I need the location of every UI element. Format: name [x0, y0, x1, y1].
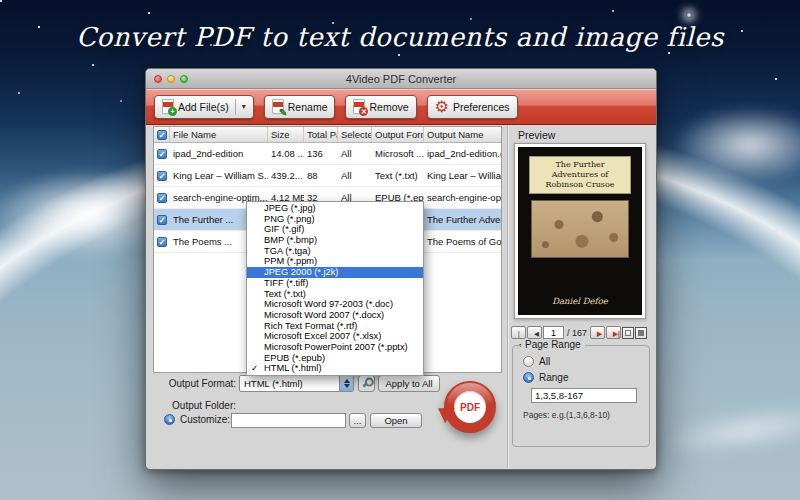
stars — [0, 0, 2, 2]
rename-button[interactable]: ✎ Rename — [264, 95, 336, 119]
all-pages-label: All — [539, 356, 550, 367]
cell-size: 439.2... — [268, 170, 304, 181]
cell-file-name: ipad_2nd-edition — [170, 148, 268, 159]
previous-page-button[interactable]: ◀ — [527, 326, 542, 339]
zoom-window-button[interactable] — [180, 75, 188, 83]
column-header-total-pages[interactable]: Total Pag — [304, 127, 338, 142]
cell-selected: All — [338, 148, 372, 159]
add-files-button[interactable]: + Add File(s) ▾ — [154, 95, 254, 119]
menu-item-rtf[interactable]: Rich Text Format (*.rtf) — [247, 321, 423, 332]
single-page-view-icon[interactable] — [622, 327, 634, 339]
output-format-select[interactable]: HTML (*.html) — [239, 375, 354, 392]
customize-label: Customize: — [180, 414, 230, 425]
menu-item-epub[interactable]: EPUB (*.epub) — [247, 353, 423, 364]
cell-output-name: search-engine-optimization... — [424, 192, 502, 203]
remove-file-icon: ✕ — [353, 99, 365, 114]
minimize-window-button[interactable] — [167, 75, 175, 83]
combo-arrows-icon — [339, 376, 353, 391]
all-radio-row: All — [523, 356, 550, 367]
chevron-down-icon[interactable]: ▾ — [242, 102, 246, 111]
cell-output-format: Microsoft ... — [372, 148, 424, 159]
menu-item-pptx[interactable]: Microsoft PowerPoint 2007 (*.pptx) — [247, 342, 423, 353]
window-titlebar[interactable]: 4Video PDF Converter — [146, 69, 656, 89]
row-checkbox[interactable]: ✓ — [157, 237, 167, 247]
menu-item-docx[interactable]: Microsoft Word 2007 (*.docx) — [247, 310, 423, 321]
menu-item-label: TGA (*.tga) — [264, 246, 311, 256]
browse-folder-button[interactable]: ... — [349, 413, 366, 428]
preferences-button[interactable]: ⚙ Preferences — [427, 95, 518, 119]
two-page-view-icon[interactable] — [635, 327, 647, 339]
row-checkbox[interactable]: ✓ — [157, 149, 167, 159]
menu-item-label: EPUB (*.epub) — [264, 353, 325, 363]
menu-item-xlsx[interactable]: Microsoft Excel 2007 (*.xlsx) — [247, 331, 423, 342]
open-folder-button[interactable]: Open — [370, 413, 422, 428]
menu-item-ppm[interactable]: PPM (*.ppm) — [247, 256, 423, 267]
rename-file-icon: ✎ — [272, 99, 284, 114]
menu-item-text[interactable]: Text (*.txt) — [247, 289, 423, 300]
output-format-value: HTML (*.html) — [244, 378, 303, 389]
cell-file-name: King Lear – William S... — [170, 170, 268, 181]
row-checkbox[interactable]: ✓ — [157, 215, 167, 225]
menu-item-tga[interactable]: TGA (*.tga) — [247, 246, 423, 257]
menu-item-label: JPEG 2000 (*.j2k) — [264, 267, 338, 277]
close-window-button[interactable] — [154, 75, 162, 83]
total-pages-label: / 167 — [567, 328, 587, 338]
menu-item-label: GIF (*.gif) — [264, 224, 304, 234]
last-page-button[interactable]: ▶| — [606, 326, 621, 339]
column-header-selected[interactable]: Selected — [338, 127, 372, 142]
range-radio[interactable] — [523, 372, 534, 383]
table-row[interactable]: ✓ ipad_2nd-edition 14.08 ... 136 All Mic… — [154, 143, 501, 165]
menu-item-doc[interactable]: Microsoft Word 97-2003 (*.doc) — [247, 299, 423, 310]
menu-item-tiff[interactable]: TIFF (*.tiff) — [247, 278, 423, 289]
page-range-input[interactable] — [531, 388, 637, 403]
column-header-size[interactable]: Size — [268, 127, 304, 142]
row-checkbox[interactable]: ✓ — [157, 171, 167, 181]
menu-item-label: Text (*.txt) — [264, 289, 306, 299]
row-checkbox[interactable]: ✓ — [157, 193, 167, 203]
column-header-output-name[interactable]: Output Name — [424, 127, 502, 142]
cell-output-format: Text (*.txt) — [372, 170, 424, 181]
cell-total-pages: 88 — [304, 170, 338, 181]
menu-item-jpeg[interactable]: JPEG (*.jpg) — [247, 203, 423, 214]
format-settings-button[interactable] — [358, 375, 375, 392]
output-folder-input[interactable] — [231, 413, 346, 428]
next-page-button[interactable]: ▶ — [590, 326, 605, 339]
cell-output-name: ipad_2nd-edition.doc — [424, 148, 502, 159]
cloud — [640, 90, 800, 200]
preferences-label: Preferences — [453, 101, 510, 113]
menu-item-label: TIFF (*.tiff) — [264, 278, 308, 288]
window-title: 4Video PDF Converter — [146, 69, 656, 89]
customize-radio-row: Customize: — [164, 414, 230, 425]
menu-item-label: PPM (*.ppm) — [264, 256, 317, 266]
current-page-input[interactable] — [543, 326, 564, 339]
select-all-checkbox[interactable]: ✓ — [157, 130, 167, 140]
panel-divider — [507, 125, 508, 468]
table-header: ✓ File Name Size Total Pag Selected Outp… — [154, 127, 501, 143]
output-format-label: Output Format: — [164, 378, 236, 389]
cell-output-name: King Lear – William Shakes... — [424, 170, 502, 181]
menu-item-bmp[interactable]: BMP (*.bmp) — [247, 235, 423, 246]
table-row[interactable]: ✓ King Lear – William S... 439.2... 88 A… — [154, 165, 501, 187]
button-divider — [235, 99, 236, 115]
page-range-group: Page Range All Range Pages: e.g.(1,3,6,8… — [512, 345, 650, 447]
menu-item-html-checked[interactable]: ✓HTML (*.html) — [247, 363, 423, 374]
column-header-file-name[interactable]: File Name — [170, 127, 268, 142]
menu-item-png[interactable]: PNG (*.png) — [247, 214, 423, 225]
apply-to-all-button[interactable]: Apply to All — [378, 375, 440, 392]
output-folder-label: Output Folder: — [164, 400, 236, 411]
add-files-label: Add File(s) — [178, 101, 229, 113]
bright-star — [686, 12, 692, 18]
preview-navigation: |◀ ◀ / 167 ▶ ▶| — [511, 325, 653, 340]
add-file-icon: + — [162, 99, 174, 114]
customize-radio[interactable] — [164, 414, 175, 425]
remove-button[interactable]: ✕ Remove — [345, 95, 416, 119]
check-icon: ✓ — [251, 363, 258, 374]
menu-item-gif[interactable]: GIF (*.gif) — [247, 224, 423, 235]
toolbar: + Add File(s) ▾ ✎ Rename ✕ Remove ⚙ Pref… — [146, 89, 656, 125]
plus-icon: + — [168, 107, 177, 116]
column-header-output-format[interactable]: Output Forma — [372, 127, 424, 142]
menu-item-jpeg2000-highlighted[interactable]: JPEG 2000 (*.j2k) — [247, 267, 423, 278]
first-page-button[interactable]: |◀ — [511, 326, 526, 339]
cell-selected: All — [338, 170, 372, 181]
all-pages-radio[interactable] — [523, 356, 534, 367]
